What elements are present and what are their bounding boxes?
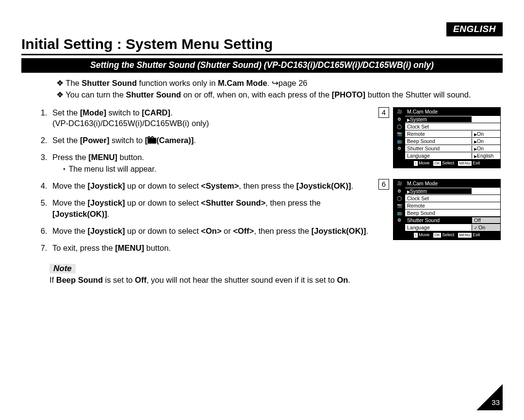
menu-figure-4: 4 🎥 ⚙ ◯ 📷 📺 ⚙ M.Cam Mode — [378, 107, 503, 168]
gear-icon: ⚙ — [393, 145, 405, 152]
disc-icon: ◯ — [393, 195, 405, 202]
step-badge-6: 6 — [378, 179, 389, 190]
step-3: Press the [MENU] button. The menu list w… — [49, 152, 372, 174]
disc-icon: ◯ — [393, 123, 405, 130]
camera-icon — [147, 138, 156, 144]
step-6: Move the [Joystick] up or down to select… — [49, 226, 372, 236]
gear-icon: ⚙ — [393, 217, 405, 224]
updown-icon: ↕ — [414, 233, 418, 238]
intro-bullet-2: You can turn the Shutter Sound on or off… — [56, 89, 503, 100]
page-title: Initial Setting : System Menu Setting — [21, 36, 503, 55]
menu-panel-6: 🎥 ⚙ ◯ 📷 📺 ⚙ M.Cam Mode ▶System Clock Set — [393, 179, 501, 240]
step-5: Move the [Joystick] up or down to select… — [49, 197, 372, 219]
menu-panel-4: 🎥 ⚙ ◯ 📷 📺 ⚙ M.Cam Mode ▶System Clock Set — [393, 107, 501, 168]
step-2: Set the [Power] switch to [(Camera)]. — [49, 135, 372, 145]
page-ref-icon — [272, 79, 278, 87]
tv-icon: 📺 — [393, 210, 405, 217]
language-tag: ENGLISH — [446, 22, 503, 36]
tv-icon: 📺 — [393, 138, 405, 145]
step-badge-4: 4 — [378, 107, 389, 118]
note-heading: Note — [49, 264, 76, 274]
manual-page: ENGLISH Initial Setting : System Menu Se… — [0, 0, 524, 420]
step-list: Set the [Mode] switch to [CARD]. (VP-DC1… — [49, 107, 372, 254]
menu-footer: ↕ Move OK Select MENU Exit — [393, 231, 500, 240]
step-4: Move the [Joystick] up or down to select… — [49, 180, 372, 191]
section-heading: Setting the Shutter Sound (Shutter Sound… — [21, 58, 503, 73]
gear-icon: ⚙ — [393, 188, 405, 195]
intro-bullet-1: The Shutter Sound function works only in… — [56, 78, 503, 88]
menu-figure-6: 6 🎥 ⚙ ◯ 📷 📺 ⚙ M.Cam Mode — [378, 179, 503, 240]
camera-mode-icon: 🎥 — [393, 179, 405, 188]
menu-footer: ↕ Move OK Select MENU Exit — [393, 159, 500, 168]
camera-icon: 📷 — [393, 202, 405, 210]
menu-icon-column: 🎥 ⚙ ◯ 📷 📺 ⚙ — [393, 108, 405, 159]
camera-mode-icon: 🎥 — [393, 108, 405, 116]
step-1: Set the [Mode] switch to [CARD]. (VP-DC1… — [49, 107, 372, 129]
page-number: 33 — [491, 398, 500, 406]
gear-icon: ⚙ — [393, 116, 405, 123]
updown-icon: ↕ — [414, 161, 418, 166]
step-7: To exit, press the [MENU] button. — [49, 242, 372, 253]
camera-icon: 📷 — [393, 130, 405, 138]
menu-icon-column: 🎥 ⚙ ◯ 📷 📺 ⚙ — [393, 179, 405, 231]
note-body: If Beep Sound is set to Off, you will no… — [49, 275, 372, 285]
intro-bullets: The Shutter Sound function works only in… — [37, 78, 503, 100]
